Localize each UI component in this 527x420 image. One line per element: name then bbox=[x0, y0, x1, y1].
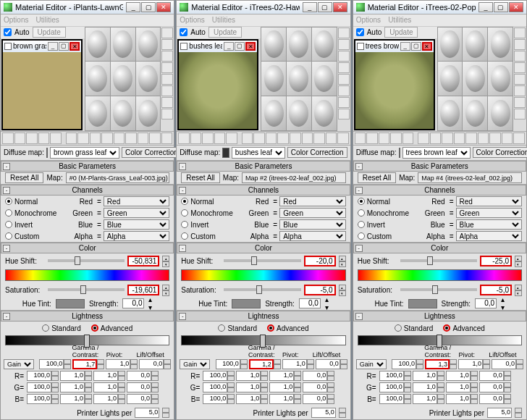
pivot-value[interactable]: 1,0 bbox=[269, 394, 294, 404]
channel-mode-radio[interactable] bbox=[5, 232, 12, 240]
sample-max-icon[interactable]: ▢ bbox=[411, 42, 421, 51]
pivot-value[interactable]: 1,0 bbox=[269, 371, 294, 381]
sample-slot[interactable] bbox=[287, 62, 311, 96]
spinner[interactable] bbox=[51, 371, 59, 381]
channel-select[interactable]: Alpha bbox=[456, 231, 522, 241]
pivot-value[interactable]: 1,0 bbox=[282, 359, 307, 369]
close-button[interactable]: ✕ bbox=[333, 2, 347, 12]
lift-value[interactable]: 0,0 bbox=[303, 394, 327, 404]
color-correction-button[interactable]: Color Correction bbox=[122, 147, 182, 158]
tool-button[interactable] bbox=[465, 133, 477, 144]
sample-slot[interactable] bbox=[85, 62, 110, 96]
tool-button[interactable] bbox=[338, 109, 350, 119]
tool-button[interactable] bbox=[514, 85, 526, 96]
gamma-value[interactable]: 1,2 bbox=[249, 359, 274, 369]
spinner[interactable] bbox=[151, 382, 159, 392]
update-button[interactable]: Update bbox=[33, 27, 66, 38]
channel-select[interactable]: Blue bbox=[279, 219, 345, 230]
channel-mode-radio[interactable] bbox=[181, 221, 188, 228]
titlebar[interactable]: Material Editor - iTrees-02-Poplar-02 _ … bbox=[353, 1, 526, 14]
spinner[interactable]: ▴▾ bbox=[162, 285, 169, 295]
channel-select[interactable]: Red bbox=[456, 196, 522, 206]
slider-thumb[interactable] bbox=[84, 335, 90, 348]
spinner[interactable] bbox=[516, 359, 523, 369]
channel-mode-radio[interactable] bbox=[358, 198, 365, 205]
tool-button[interactable] bbox=[302, 133, 313, 144]
gain-value[interactable]: 100,0 bbox=[203, 371, 227, 381]
pin-icon[interactable] bbox=[4, 43, 12, 50]
tool-button[interactable] bbox=[266, 133, 277, 144]
tool-button[interactable] bbox=[418, 133, 429, 144]
lift-value[interactable]: 0,0 bbox=[479, 371, 504, 381]
spinner[interactable] bbox=[118, 382, 125, 392]
sample-slot[interactable] bbox=[312, 28, 337, 62]
sample-slot[interactable] bbox=[488, 28, 513, 62]
gain-value[interactable]: 100,0 bbox=[216, 359, 240, 369]
tool-button[interactable] bbox=[514, 62, 526, 73]
tool-button[interactable] bbox=[366, 133, 378, 144]
hue-shift-value[interactable]: -50,831 bbox=[127, 256, 159, 266]
channel-select[interactable]: Green bbox=[104, 208, 169, 218]
sample-close-icon[interactable]: ✕ bbox=[422, 42, 432, 51]
tool-button[interactable] bbox=[514, 97, 526, 108]
gain-mode-select[interactable]: Gain bbox=[180, 359, 210, 369]
tool-button[interactable] bbox=[338, 39, 350, 50]
spinner[interactable] bbox=[327, 382, 334, 392]
spinner[interactable] bbox=[85, 382, 92, 392]
spinner[interactable] bbox=[51, 382, 59, 392]
spinner[interactable] bbox=[471, 394, 478, 404]
tool-button[interactable] bbox=[77, 133, 89, 144]
spinner[interactable]: ▴▾ bbox=[339, 285, 346, 295]
collapse-icon[interactable]: - bbox=[355, 163, 363, 170]
swatch[interactable] bbox=[222, 148, 229, 158]
section-header-color[interactable]: -Color bbox=[177, 243, 350, 253]
spinner[interactable] bbox=[85, 371, 92, 381]
minimize-button[interactable]: _ bbox=[303, 2, 317, 12]
gain-value[interactable]: 100,0 bbox=[27, 394, 51, 404]
channel-mode-radio[interactable] bbox=[5, 198, 12, 205]
spinner[interactable] bbox=[294, 371, 301, 381]
tool-button[interactable] bbox=[138, 133, 149, 144]
sample-slot[interactable] bbox=[312, 96, 337, 130]
standard-radio[interactable] bbox=[42, 324, 49, 332]
spinner[interactable] bbox=[437, 382, 444, 392]
titlebar[interactable]: Material Editor - iTrees-02-Hawthorn-01 … bbox=[177, 1, 350, 14]
tool-button[interactable] bbox=[478, 133, 489, 144]
lift-value[interactable]: 0,0 bbox=[479, 382, 504, 392]
spinner[interactable] bbox=[437, 394, 444, 404]
advanced-radio[interactable] bbox=[91, 324, 98, 332]
map-button[interactable]: Map #4 (itrees-02-leaf_002.jpg) bbox=[418, 172, 522, 183]
spinner[interactable] bbox=[64, 359, 71, 369]
lift-value[interactable]: 0,0 bbox=[303, 382, 327, 392]
lift-value[interactable]: 0,0 bbox=[492, 359, 516, 369]
update-button[interactable]: Update bbox=[208, 27, 242, 38]
menu-utilities[interactable]: Utilities bbox=[388, 16, 411, 24]
swatch[interactable] bbox=[46, 148, 48, 158]
color-correction-button[interactable]: Color Correction bbox=[287, 147, 347, 158]
pivot-value[interactable]: 1,0 bbox=[93, 394, 118, 404]
lightness-gradient[interactable] bbox=[358, 335, 522, 345]
tool-button[interactable] bbox=[161, 97, 173, 108]
lift-value[interactable]: 0,0 bbox=[316, 359, 340, 369]
channel-mode-radio[interactable] bbox=[5, 221, 12, 228]
tool-button[interactable] bbox=[242, 133, 253, 144]
pivot-value[interactable]: 1,0 bbox=[93, 382, 118, 392]
spinner[interactable] bbox=[118, 371, 125, 381]
spinner[interactable] bbox=[307, 359, 314, 369]
tool-button[interactable] bbox=[161, 133, 173, 144]
spinner[interactable]: ▴▾ bbox=[148, 295, 152, 311]
saturation-slider[interactable] bbox=[224, 288, 300, 291]
spinner[interactable] bbox=[515, 408, 522, 418]
gain-value[interactable]: 100,0 bbox=[39, 359, 64, 369]
spinner[interactable] bbox=[404, 371, 411, 381]
tool-button[interactable] bbox=[489, 133, 501, 144]
saturation-slider[interactable] bbox=[48, 288, 125, 291]
spinner[interactable] bbox=[240, 359, 248, 369]
spinner[interactable] bbox=[504, 394, 511, 404]
sample-slot[interactable] bbox=[136, 62, 161, 96]
tool-button[interactable] bbox=[38, 133, 50, 144]
collapse-icon[interactable]: - bbox=[179, 163, 186, 170]
tool-button[interactable] bbox=[226, 133, 237, 144]
sample-slot[interactable] bbox=[463, 96, 487, 130]
pin-icon[interactable] bbox=[357, 43, 364, 50]
